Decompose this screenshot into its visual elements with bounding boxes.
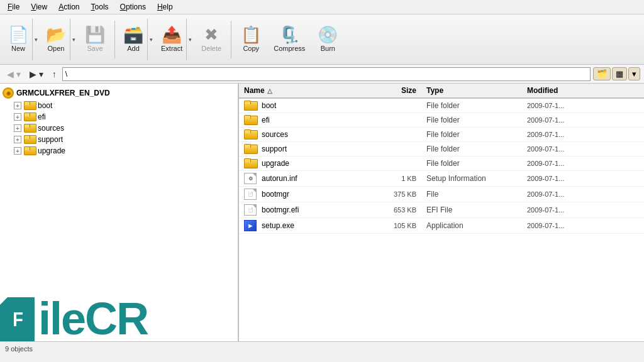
tree-root-label: GRMCULXFRER_EN_DVD [16, 89, 110, 97]
add-button[interactable]: 🗃️ Add [119, 19, 147, 60]
folder-view-button[interactable]: 🗂️ [593, 67, 611, 80]
copy-button[interactable]: 📋 Copy [235, 18, 267, 61]
delete-button[interactable]: ✖ Delete [196, 18, 227, 61]
file-name-cell: 📄 bootmgr.efi [239, 204, 377, 216]
table-row[interactable]: boot File folder 2009-07-1... [239, 99, 644, 113]
table-row[interactable]: upgrade File folder 2009-07-1... [239, 156, 644, 171]
exe-icon: ▶ [244, 220, 257, 231]
table-row[interactable]: ▶ setup.exe 105 KB Application 2009-07-1… [239, 218, 644, 234]
file-icon: 📄 [244, 189, 257, 200]
file-type-cell: File folder [421, 116, 522, 124]
menu-options[interactable]: Options [115, 1, 151, 13]
open-arrow[interactable]: ▾ [70, 19, 77, 60]
address-input[interactable] [62, 67, 591, 81]
new-arrow[interactable]: ▾ [32, 19, 40, 60]
copy-icon: 📋 [241, 26, 261, 43]
compress-button[interactable]: 🗜️ Compress [268, 18, 311, 61]
file-size-cell: 653 KB [377, 206, 421, 214]
table-row[interactable]: support File folder 2009-07-1... [239, 142, 644, 156]
tree-label-boot: boot [38, 101, 52, 110]
extract-label: Extract [161, 45, 182, 52]
folder-icon [244, 144, 257, 154]
delete-icon: ✖ [204, 26, 218, 43]
address-bar: ◀ ▾ ▶ ▾ ↑ 🗂️ ▦ ▾ [0, 65, 644, 84]
main-content: ◉ GRMCULXFRER_EN_DVD + boot + efi + sour… [0, 84, 644, 341]
open-button[interactable]: 📂 Open [42, 19, 70, 60]
file-type-cell: File folder [421, 130, 522, 139]
inf-icon: ⚙ [244, 173, 257, 184]
new-button[interactable]: 📄 New [4, 19, 32, 60]
open-button-group[interactable]: 📂 Open ▾ [42, 18, 78, 61]
file-list-panel: Name △ Size Type Modified boot File fold… [239, 84, 644, 341]
header-size-label: Size [401, 86, 416, 95]
menu-action[interactable]: Action [53, 1, 84, 13]
expand-boot[interactable]: + [14, 102, 21, 109]
expand-support[interactable]: + [14, 136, 21, 143]
burn-button[interactable]: 💿 Burn [312, 18, 343, 61]
tree-item-sources[interactable]: + sources [0, 123, 238, 134]
compress-icon: 🗜️ [279, 26, 299, 43]
menu-tools[interactable]: Tools [86, 1, 114, 13]
tree-item-support[interactable]: + support [0, 134, 238, 145]
tree-label-efi: efi [38, 112, 46, 121]
table-row[interactable]: efi File folder 2009-07-1... [239, 113, 644, 128]
new-button-group[interactable]: 📄 New ▾ [4, 18, 40, 61]
extract-arrow[interactable]: ▾ [186, 19, 194, 60]
file-name-cell: boot [239, 101, 377, 111]
menu-help[interactable]: Help [152, 1, 178, 13]
details-view-button[interactable]: ▦ [612, 67, 627, 80]
status-bar: 9 objects [0, 341, 644, 355]
folder-icon-upgrade [24, 146, 35, 155]
toolbar-sep-2 [231, 21, 231, 58]
file-name-cell: 📄 bootmgr [239, 189, 377, 200]
file-name: autorun.inf [262, 174, 297, 183]
tree-item-boot[interactable]: + boot [0, 100, 238, 111]
folder-icon [244, 115, 257, 125]
tree-label-upgrade: upgrade [38, 146, 65, 155]
header-modified[interactable]: Modified [522, 86, 644, 95]
up-button[interactable]: ↑ [49, 67, 60, 81]
copy-label: Copy [243, 45, 259, 52]
folder-icon [244, 101, 257, 111]
watermark: F ileCR [0, 266, 238, 341]
header-type[interactable]: Type [421, 86, 522, 95]
view-arrow-button[interactable]: ▾ [628, 67, 640, 80]
file-type-cell: Application [421, 221, 522, 230]
menu-file[interactable]: File [3, 1, 25, 13]
header-name[interactable]: Name △ [239, 86, 377, 95]
tree-item-efi[interactable]: + efi [0, 111, 238, 123]
file-icon: 📄 [244, 204, 257, 216]
file-size-cell: 1 KB [377, 175, 421, 182]
menu-view[interactable]: View [26, 1, 52, 13]
header-size[interactable]: Size [377, 86, 421, 95]
menu-bar: File View Action Tools Options Help [0, 0, 644, 14]
dvd-icon: ◉ [3, 87, 14, 99]
compress-label: Compress [274, 45, 305, 52]
new-label: New [11, 45, 25, 52]
expand-upgrade[interactable]: + [14, 147, 21, 155]
table-row[interactable]: sources File folder 2009-07-1... [239, 128, 644, 142]
tree-item-upgrade[interactable]: + upgrade [0, 145, 238, 156]
tree-panel: ◉ GRMCULXFRER_EN_DVD + boot + efi + sour… [0, 84, 239, 341]
extract-button[interactable]: 📤 Extract [157, 19, 186, 60]
file-type-cell: File [421, 190, 522, 199]
file-name: efi [262, 116, 270, 124]
table-row[interactable]: ⚙ autorun.inf 1 KB Setup Information 200… [239, 171, 644, 187]
back-button[interactable]: ◀ ▾ [4, 67, 24, 81]
add-label: Add [127, 45, 140, 52]
add-arrow[interactable]: ▾ [147, 19, 155, 60]
watermark-logo-icon: F [0, 297, 35, 341]
expand-efi[interactable]: + [14, 113, 21, 121]
tree-root[interactable]: ◉ GRMCULXFRER_EN_DVD [0, 86, 238, 100]
save-button[interactable]: 💾 Save [79, 18, 111, 61]
file-name: bootmgr [262, 190, 289, 199]
forward-button[interactable]: ▶ ▾ [26, 67, 47, 81]
table-row[interactable]: 📄 bootmgr.efi 653 KB EFI File 2009-07-1.… [239, 202, 644, 218]
file-name: upgrade [262, 159, 289, 168]
extract-button-group[interactable]: 📤 Extract ▾ [157, 18, 194, 61]
expand-sources[interactable]: + [14, 124, 21, 132]
table-row[interactable]: 📄 bootmgr 375 KB File 2009-07-1... [239, 187, 644, 202]
file-modified-cell: 2009-07-1... [522, 190, 644, 198]
file-name-cell: efi [239, 115, 377, 125]
add-button-group[interactable]: 🗃️ Add ▾ [119, 18, 155, 61]
